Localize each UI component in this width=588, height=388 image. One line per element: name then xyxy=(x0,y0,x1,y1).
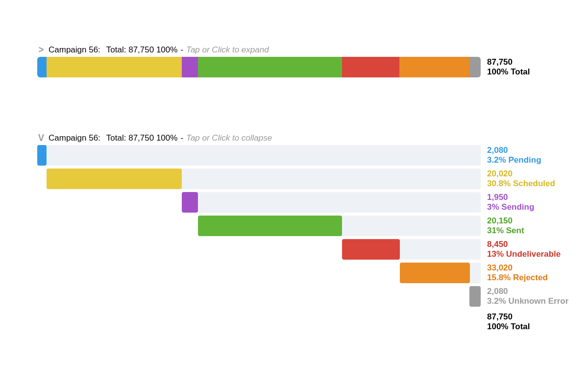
label-sent-detail: 31% Sent xyxy=(487,226,524,236)
row-pending-track xyxy=(37,145,481,166)
label-sending: 1,950 3% Sending xyxy=(487,193,534,212)
seg-pending xyxy=(37,57,47,77)
label-pending-value: 2,080 xyxy=(487,146,541,155)
dash: - xyxy=(180,134,183,142)
row-sending-fill xyxy=(182,192,198,213)
collapsed-stacked-bar[interactable] xyxy=(37,57,481,77)
seg-undeliverable xyxy=(342,57,400,77)
collapsed-header[interactable]: > Campaign 56: Total: 87,750 100% - Tap … xyxy=(37,45,269,54)
collapsed-total-detail: 100% Total xyxy=(487,67,530,77)
label-unknown: 2,080 3.2% Unknown Error xyxy=(487,287,568,306)
row-scheduled-fill xyxy=(47,169,182,189)
chevron-down-icon: V xyxy=(37,133,45,143)
seg-rejected xyxy=(399,57,469,77)
campaign-title: Campaign 56: xyxy=(49,134,100,142)
collapsed-total-label: 87,750 100% Total xyxy=(487,57,530,76)
campaign-title: Campaign 56: xyxy=(49,46,100,54)
label-sent: 20,150 31% Sent xyxy=(487,216,524,235)
row-sent-fill xyxy=(198,216,342,236)
row-undeliverable-fill xyxy=(342,239,400,260)
row-unknown-fill xyxy=(469,286,481,307)
label-total-detail: 100% Total xyxy=(487,322,530,332)
campaign-summary: Total: 87,750 100% xyxy=(106,46,178,54)
label-scheduled-detail: 30.8% Scheduled xyxy=(487,179,555,189)
label-unknown-value: 2,080 xyxy=(487,287,568,296)
label-undeliverable: 8,450 13% Undeliverable xyxy=(487,240,561,259)
label-rejected-detail: 15.8% Rejected xyxy=(487,273,548,283)
label-pending-detail: 3.2% Pending xyxy=(487,155,541,165)
label-rejected-value: 33,020 xyxy=(487,263,548,273)
row-rejected-fill xyxy=(400,263,470,283)
seg-sent xyxy=(198,57,342,77)
expand-hint: Tap or Click to expand xyxy=(186,46,269,54)
row-sending-track xyxy=(182,192,481,213)
seg-sending xyxy=(182,57,198,77)
label-total-value: 87,750 xyxy=(487,312,530,322)
seg-scheduled xyxy=(47,57,182,77)
dash: - xyxy=(180,46,183,54)
label-undeliverable-value: 8,450 xyxy=(487,240,561,249)
row-pending-fill xyxy=(37,145,47,166)
label-undeliverable-detail: 13% Undeliverable xyxy=(487,249,561,259)
label-pending: 2,080 3.2% Pending xyxy=(487,146,541,165)
label-total: 87,750 100% Total xyxy=(487,312,530,331)
label-scheduled: 20,020 30.8% Scheduled xyxy=(487,169,555,188)
label-unknown-detail: 3.2% Unknown Error xyxy=(487,296,568,306)
chevron-right-icon: > xyxy=(37,45,45,54)
label-sending-detail: 3% Sending xyxy=(487,202,534,212)
collapsed-total-value: 87,750 xyxy=(487,57,530,67)
label-sent-value: 20,150 xyxy=(487,216,524,226)
label-scheduled-value: 20,020 xyxy=(487,169,555,179)
campaign-summary: Total: 87,750 100% xyxy=(106,134,178,142)
expanded-header[interactable]: V Campaign 56: Total: 87,750 100% - Tap … xyxy=(37,133,272,143)
seg-unknown xyxy=(469,57,481,77)
label-sending-value: 1,950 xyxy=(487,193,534,202)
collapse-hint: Tap or Click to collapse xyxy=(186,134,272,142)
label-rejected: 33,020 15.8% Rejected xyxy=(487,263,548,282)
